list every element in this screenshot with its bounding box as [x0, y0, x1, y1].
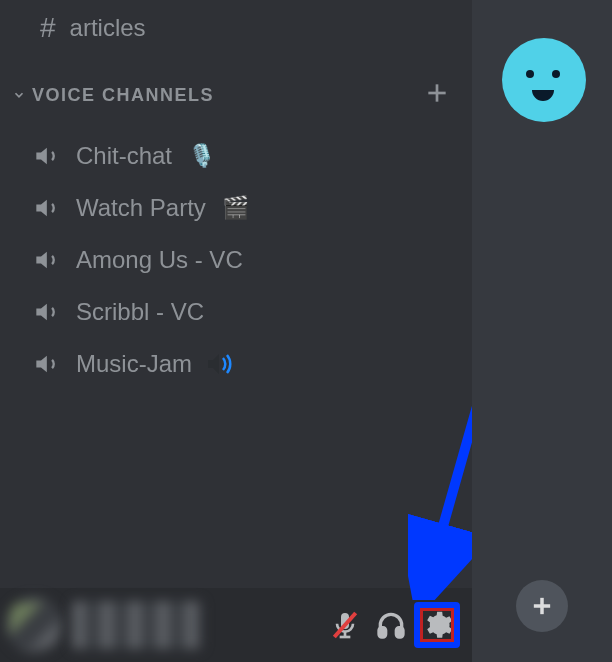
app-root: # articles VOICE CHANNELS Chit-chat 🎙️ W… [0, 0, 612, 662]
mute-button[interactable] [322, 602, 368, 648]
voice-channel-watch-party[interactable]: Watch Party 🎬 [0, 182, 472, 234]
add-channel-button[interactable] [424, 80, 450, 110]
user-avatar[interactable] [6, 597, 62, 653]
speaker-icon [34, 142, 62, 170]
voice-channel-name: Chit-chat [76, 142, 172, 170]
voice-channel-music-jam[interactable]: Music-Jam [0, 338, 472, 390]
server-avatar[interactable] [502, 38, 586, 122]
loudspeaker-on-icon [206, 351, 236, 377]
voice-channel-name: Among Us - VC [76, 246, 243, 274]
voice-channel-name: Music-Jam [76, 350, 192, 378]
voice-channel-scribbl[interactable]: Scribbl - VC [0, 286, 472, 338]
voice-channel-among-us[interactable]: Among Us - VC [0, 234, 472, 286]
svg-rect-6 [379, 628, 386, 637]
voice-channels-label: VOICE CHANNELS [32, 85, 214, 106]
user-settings-button[interactable] [414, 602, 460, 648]
text-channel-name: articles [70, 14, 146, 42]
voice-channel-chit-chat[interactable]: Chit-chat 🎙️ [0, 130, 472, 182]
user-panel [0, 588, 472, 662]
voice-channel-name: Scribbl - VC [76, 298, 204, 326]
headphones-icon [375, 609, 407, 641]
channel-sidebar: # articles VOICE CHANNELS Chit-chat 🎙️ W… [0, 0, 472, 662]
server-list [472, 0, 612, 662]
voice-channels-toggle[interactable]: VOICE CHANNELS [12, 85, 214, 106]
voice-channel-list: Chit-chat 🎙️ Watch Party 🎬 Among Us - VC… [0, 116, 472, 390]
deafen-button[interactable] [368, 602, 414, 648]
plus-icon [528, 592, 556, 620]
plus-icon [424, 80, 450, 106]
gear-icon [421, 609, 453, 641]
svg-rect-7 [396, 628, 403, 637]
speaker-icon [34, 246, 62, 274]
text-channel-articles[interactable]: # articles [0, 0, 472, 52]
add-server-button[interactable] [516, 580, 568, 632]
mic-muted-icon [329, 609, 361, 641]
voice-channel-name: Watch Party [76, 194, 206, 222]
speaker-icon [34, 194, 62, 222]
speaker-icon [34, 298, 62, 326]
emoji-clapper: 🎬 [222, 195, 249, 221]
chevron-down-icon [12, 88, 26, 102]
voice-channels-category-header: VOICE CHANNELS [0, 62, 472, 116]
speaker-icon [34, 350, 62, 378]
emoji-mic: 🎙️ [188, 143, 215, 169]
user-name-area[interactable] [72, 601, 202, 649]
hash-icon: # [40, 12, 56, 44]
